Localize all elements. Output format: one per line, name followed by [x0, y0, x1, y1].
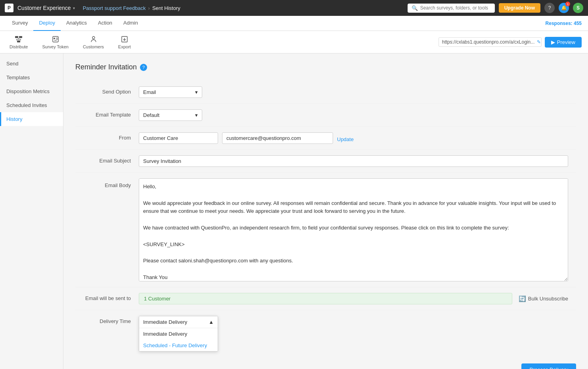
responses-count: Responses: 455 — [546, 21, 582, 26]
upgrade-button[interactable]: Upgrade Now — [499, 3, 540, 13]
send-option-label: Send Option — [83, 86, 139, 95]
send-option-row: Send Option Email ▾ — [75, 81, 576, 104]
customers-button[interactable]: Customers — [80, 33, 107, 51]
sidebar-item-templates[interactable]: Templates — [0, 71, 63, 84]
nav-admin[interactable]: Admin — [118, 16, 144, 31]
unsubscribe-icon: 🔄 — [519, 295, 526, 302]
distribute-label: Distribute — [10, 44, 28, 49]
breadcrumb-current: Sent History — [152, 5, 180, 11]
svg-rect-1 — [19, 36, 22, 38]
email-template-chevron: ▾ — [195, 112, 198, 118]
app-logo: P — [5, 4, 13, 12]
survey-url-text: https://cxlabs1.questionpro.com/a/cxLogi… — [442, 39, 534, 45]
edit-url-icon[interactable]: ✎ — [537, 39, 541, 45]
email-template-field: Default ▾ — [139, 109, 568, 121]
recipients-row: Email will be sent to 1 Customer 🔄 Bulk … — [75, 287, 576, 310]
toolbar-right: https://cxlabs1.questionpro.com/a/cxLogi… — [439, 37, 582, 48]
nav-action[interactable]: Action — [92, 16, 118, 31]
send-option-field: Email ▾ — [139, 86, 568, 98]
nav-deploy[interactable]: Deploy — [33, 16, 60, 31]
from-label: From — [83, 132, 139, 141]
search-box[interactable]: 🔍 — [408, 4, 495, 13]
delivery-time-row: Delivery Time Immediate Delivery ▲ Immed… — [75, 310, 576, 357]
form-wrapper: Send Option Email ▾ Email Template Defau… — [75, 81, 576, 357]
survey-token-icon — [51, 35, 60, 44]
send-option-chevron: ▾ — [195, 89, 198, 95]
bulk-unsubscribe-button[interactable]: 🔄 Bulk Unsubscribe — [519, 295, 568, 302]
recipients-count: 1 Customer — [139, 293, 512, 304]
app-dropdown-chevron: ▾ — [73, 6, 75, 10]
email-subject-field — [139, 155, 568, 167]
top-bar: P Customer Experience ▾ Passport support… — [0, 0, 588, 16]
delivery-option-immediate[interactable]: Immediate Delivery — [139, 328, 218, 340]
customers-icon — [89, 35, 98, 44]
delivery-chevron-up: ▲ — [209, 319, 214, 325]
from-email-input[interactable] — [222, 132, 333, 144]
sidebar-item-disposition[interactable]: Disposition Metrics — [0, 84, 63, 98]
sidebar-item-scheduled[interactable]: Scheduled Invites — [0, 98, 63, 112]
distribute-icon — [14, 35, 23, 44]
preview-button[interactable]: ▶ Preview — [545, 37, 582, 48]
delivery-dropdown-header[interactable]: Immediate Delivery ▲ — [139, 316, 218, 328]
top-bar-right: 🔍 Upgrade Now ? 🔔 1 S — [408, 3, 583, 13]
delivery-container: Immediate Delivery ▲ Immediate Delivery … — [139, 316, 568, 352]
email-template-row: Email Template Default ▾ — [75, 104, 576, 127]
send-option-dropdown[interactable]: Email ▾ — [139, 86, 202, 98]
survey-token-label: Survey Token — [42, 44, 68, 49]
update-link[interactable]: Update — [337, 134, 354, 142]
export-button[interactable]: Export — [115, 33, 134, 51]
email-sent-to-label: Email will be sent to — [83, 293, 139, 301]
email-subject-input[interactable] — [139, 155, 568, 167]
export-icon — [120, 35, 129, 44]
survey-url-box: https://cxlabs1.questionpro.com/a/cxLogi… — [439, 37, 542, 47]
email-body-field: Hello, We would appreciate your feedback… — [139, 178, 568, 281]
page-title: Reminder Invitation ? — [75, 63, 576, 71]
app-name[interactable]: Customer Experience ▾ — [17, 5, 75, 11]
delivery-dropdown[interactable]: Immediate Delivery ▲ Immediate Delivery … — [139, 316, 218, 352]
svg-point-12 — [92, 36, 95, 39]
breadcrumb-separator: › — [148, 5, 150, 11]
delivery-option-scheduled[interactable]: Scheduled - Future Delivery — [139, 340, 218, 351]
email-body-display[interactable]: Hello, We would appreciate your feedback… — [139, 178, 568, 281]
email-body-label: Email Body — [83, 178, 139, 188]
email-template-dropdown[interactable]: Default ▾ — [139, 109, 202, 121]
content-area: Reminder Invitation ? Send Option Email … — [63, 54, 588, 369]
search-icon: 🔍 — [412, 5, 418, 11]
user-avatar[interactable]: S — [573, 3, 583, 13]
email-subject-label: Email Subject — [83, 155, 139, 164]
toolbar: Distribute Survey Token Customers Export… — [0, 31, 588, 54]
delivery-time-label: Delivery Time — [83, 316, 139, 324]
recipients-box: 1 Customer 🔄 Bulk Unsubscribe — [139, 293, 568, 304]
email-subject-row: Email Subject — [75, 150, 576, 173]
survey-token-button[interactable]: Survey Token — [39, 33, 71, 51]
sidebar-item-send[interactable]: Send — [0, 57, 63, 71]
nav-survey[interactable]: Survey — [6, 16, 33, 31]
email-body-row: Email Body Hello, We would appreciate yo… — [75, 173, 576, 287]
sidebar: Send Templates Disposition Metrics Sched… — [0, 54, 63, 369]
notifications-button[interactable]: 🔔 1 — [559, 3, 569, 13]
nav-analytics[interactable]: Analytics — [61, 16, 92, 31]
help-button[interactable]: ? — [544, 3, 555, 13]
svg-rect-2 — [17, 40, 20, 42]
from-name-input[interactable] — [139, 132, 218, 144]
from-fields: Update — [139, 132, 568, 144]
bell-icon: 🔔 — [561, 5, 567, 11]
breadcrumb-survey[interactable]: Passport support Feedback — [83, 5, 146, 11]
search-input[interactable] — [420, 5, 491, 11]
distribute-button[interactable]: Distribute — [6, 33, 31, 51]
process-delivery-button[interactable]: Process Delivery — [521, 363, 576, 369]
sidebar-item-history[interactable]: History — [0, 112, 63, 126]
from-field: Update — [139, 132, 568, 144]
preview-icon: ▶ — [551, 39, 555, 45]
svg-point-8 — [54, 38, 55, 39]
breadcrumb: Passport support Feedback › Sent History — [83, 5, 180, 11]
from-row: From Update — [75, 127, 576, 150]
main-layout: Send Templates Disposition Metrics Sched… — [0, 54, 588, 369]
customers-label: Customers — [83, 44, 104, 49]
help-icon[interactable]: ? — [140, 64, 147, 71]
export-label: Export — [118, 44, 131, 49]
delivery-time-field: Immediate Delivery ▲ Immediate Delivery … — [139, 316, 568, 352]
email-template-label: Email Template — [83, 109, 139, 118]
nav-bar: Survey Deploy Analytics Action Admin Res… — [0, 16, 588, 31]
recipients-field: 1 Customer 🔄 Bulk Unsubscribe — [139, 293, 568, 304]
